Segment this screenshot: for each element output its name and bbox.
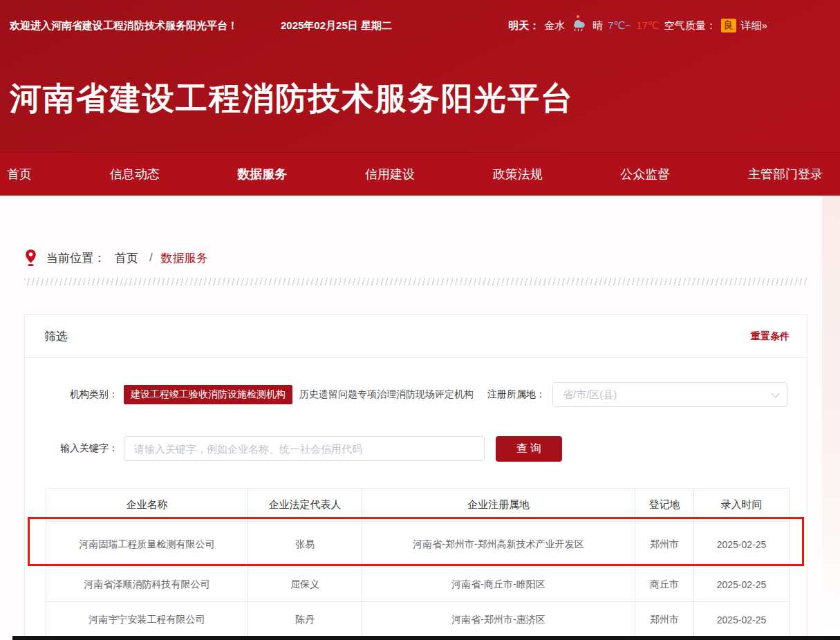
reset-filters-link[interactable]: 重置条件 <box>751 330 790 343</box>
hatch-divider <box>24 278 809 285</box>
region-label: 注册所属地： <box>487 388 545 401</box>
main-nav: 首页 信息动态 数据服务 信用建设 政策法规 公众监督 主管部门登录 <box>0 152 840 196</box>
col-header-company: 企业名称 <box>46 489 248 522</box>
nav-item-news[interactable]: 信息动态 <box>110 166 160 182</box>
cell-entry-date: 2025-02-25 <box>694 602 790 638</box>
aqi-label: 空气质量： <box>664 19 716 32</box>
region-filter-group: 注册所属地： 省/市/区(县) <box>487 382 807 407</box>
nav-item-admin-login[interactable]: 主管部门登录 <box>748 166 823 182</box>
cell-legal-rep: 陈丹 <box>248 602 362 638</box>
cell-company: 河南固瑞工程质量检测有限公司 <box>46 522 248 567</box>
temp-high: 17℃ <box>636 19 660 32</box>
filter-title: 筛选 <box>44 328 68 344</box>
results-table: 企业名称 企业法定代表人 企业注册属地 登记地 录入时间 河南固瑞工程质量检测有… <box>46 488 790 638</box>
nav-item-home[interactable]: 首页 <box>7 166 32 182</box>
nav-item-policy[interactable]: 政策法规 <box>493 166 543 182</box>
keyword-input[interactable] <box>124 436 485 461</box>
cloud-icon <box>570 19 588 32</box>
temp-low: 7℃~ <box>608 19 631 32</box>
cell-entry-date: 2025-02-25 <box>694 567 790 602</box>
cell-entry-date: 2025-02-25 <box>694 522 790 567</box>
nav-item-credit[interactable]: 信用建设 <box>365 166 415 182</box>
col-header-registered-location: 企业注册属地 <box>362 489 635 522</box>
cell-company: 河南宇宁安装工程有限公司 <box>46 602 248 638</box>
chevron-down-icon <box>771 389 780 398</box>
table-row[interactable]: 河南固瑞工程质量检测有限公司 张易 河南省-郑州市-郑州高新技术产业开发区 郑州… <box>46 522 790 567</box>
filter-panel-header: 筛选 重置条件 <box>25 315 807 358</box>
footer-edge <box>12 636 840 640</box>
category-filter-row: 机构类别： 建设工程竣工验收消防设施检测机构 历史遗留问题专项治理消防现场评定机… <box>25 382 807 407</box>
breadcrumb-separator: / <box>149 251 153 265</box>
cell-registry-city: 郑州市 <box>635 522 694 567</box>
region-select-placeholder: 省/市/区(县) <box>563 388 617 402</box>
cell-legal-rep: 屈保义 <box>248 567 362 602</box>
cell-registry-city: 商丘市 <box>635 567 694 602</box>
table-row[interactable]: 河南省泽顺消防科技有限公司 屈保义 河南省-商丘市-睢阳区 商丘市 2025-0… <box>46 567 790 602</box>
weather-widget: 明天： 金水 晴 7℃~ 17℃ 空气质量： 良 详细» <box>508 19 767 32</box>
weather-tomorrow-label: 明天： <box>508 19 539 32</box>
nav-item-data-service[interactable]: 数据服务 <box>237 166 287 182</box>
category-tab-unselected[interactable]: 历史遗留问题专项治理消防现场评定机构 <box>299 388 474 401</box>
breadcrumb-current[interactable]: 数据服务 <box>161 250 208 266</box>
cell-company: 河南省泽顺消防科技有限公司 <box>46 567 248 602</box>
nav-item-supervision[interactable]: 公众监督 <box>620 166 670 182</box>
search-button[interactable]: 查 询 <box>496 436 562 462</box>
keyword-filter-row: 输入关键字： 查 询 <box>25 436 807 461</box>
keyword-label: 输入关键字： <box>44 442 118 455</box>
category-tab-selected[interactable]: 建设工程竣工验收消防设施检测机构 <box>124 385 292 404</box>
breadcrumb-label: 当前位置： <box>46 250 105 266</box>
breadcrumb-home[interactable]: 首页 <box>115 250 138 266</box>
cell-legal-rep: 张易 <box>248 522 362 567</box>
date-text: 2025年02月25日 星期二 <box>281 19 392 32</box>
top-info-bar: 欢迎进入河南省建设工程消防技术服务阳光平台！ 2025年02月25日 星期二 明… <box>0 0 840 32</box>
page-header: 欢迎进入河南省建设工程消防技术服务阳光平台！ 2025年02月25日 星期二 明… <box>0 0 840 152</box>
weather-district: 金水 <box>544 19 565 32</box>
weather-detail-link[interactable]: 详细» <box>741 19 767 32</box>
cell-registered-location: 河南省-郑州市-郑州高新技术产业开发区 <box>362 522 635 567</box>
right-edge-decoration <box>822 196 840 638</box>
cell-registry-city: 郑州市 <box>635 602 694 638</box>
col-header-registry-city: 登记地 <box>635 489 694 522</box>
table-header-row: 企业名称 企业法定代表人 企业注册属地 登记地 录入时间 <box>46 489 790 522</box>
site-title: 河南省建设工程消防技术服务阳光平台 <box>10 77 574 120</box>
weather-condition: 晴 <box>592 19 603 32</box>
region-select[interactable]: 省/市/区(县) <box>552 382 787 407</box>
table-row[interactable]: 河南宇宁安装工程有限公司 陈丹 河南省-郑州市-惠济区 郑州市 2025-02-… <box>46 602 790 638</box>
welcome-text: 欢迎进入河南省建设工程消防技术服务阳光平台！ <box>10 19 238 32</box>
cell-registered-location: 河南省-郑州市-惠济区 <box>362 602 635 638</box>
col-header-legal-rep: 企业法定代表人 <box>248 489 362 522</box>
aqi-badge: 良 <box>721 19 736 32</box>
cell-registered-location: 河南省-商丘市-睢阳区 <box>362 567 635 602</box>
location-pin-icon <box>25 249 37 267</box>
filter-panel: 筛选 重置条件 机构类别： 建设工程竣工验收消防设施检测机构 历史遗留问题专项治… <box>24 314 808 640</box>
category-label: 机构类别： <box>44 388 118 401</box>
col-header-entry-date: 录入时间 <box>694 489 790 522</box>
breadcrumb: 当前位置： 首页 / 数据服务 <box>25 249 208 267</box>
